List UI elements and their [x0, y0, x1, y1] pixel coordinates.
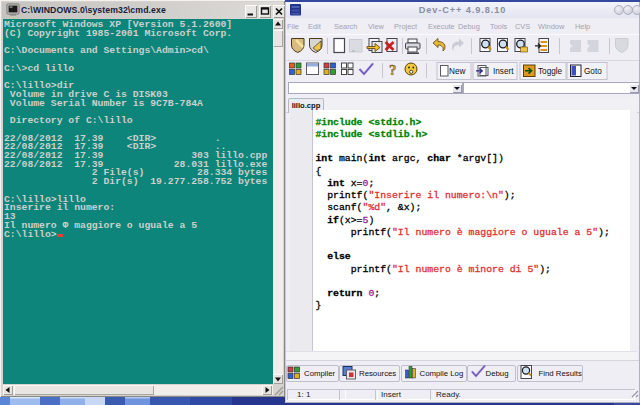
- svg-text:New: New: [449, 67, 465, 76]
- svg-text:Toggle: Toggle: [538, 67, 563, 76]
- svg-text:?: ?: [389, 62, 397, 78]
- svg-text:Goto: Goto: [584, 67, 602, 76]
- svg-text:Insert: Insert: [493, 67, 514, 76]
